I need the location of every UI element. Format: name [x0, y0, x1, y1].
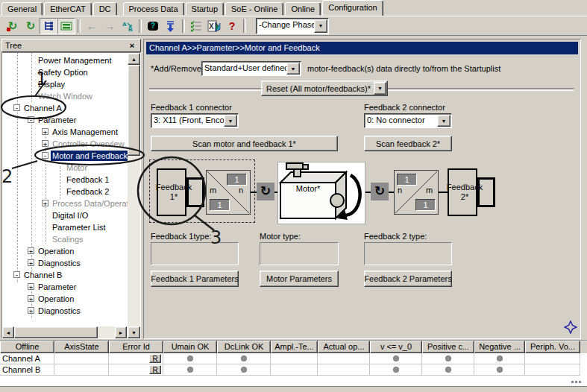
tree-item-label[interactable]: Display	[37, 79, 66, 89]
expand-icon[interactable]: +	[42, 140, 48, 147]
scroll-up-button[interactable]: ▲	[128, 53, 140, 65]
vertical-scroll-thumb[interactable]	[128, 65, 140, 156]
column-header[interactable]: v <= v_0	[370, 341, 422, 353]
tree-item-label[interactable]: Scalings	[51, 234, 85, 244]
tree-item-label[interactable]: Axis Management	[51, 127, 119, 137]
tree-item[interactable]: +Operation	[3, 245, 127, 257]
tree-item-label[interactable]: Parameter	[37, 115, 78, 125]
tree-item[interactable]: Feedback 1	[3, 174, 127, 186]
table-row[interactable]: Channel BR	[0, 364, 587, 376]
tree-item[interactable]: +Axis Management	[3, 126, 127, 138]
tree-view-button[interactable]	[40, 18, 57, 34]
column-header[interactable]: Periph. Vo...	[525, 341, 580, 353]
chevron-down-icon[interactable]: ▼	[286, 63, 300, 75]
tree-item-label[interactable]: Watch Window	[37, 91, 94, 101]
tree-item[interactable]: Safety Option	[3, 66, 127, 78]
gearbox1-denominator-value[interactable]: 1	[210, 199, 230, 211]
column-header[interactable]: Actual op...	[318, 341, 370, 353]
tree-item[interactable]: Power Management	[3, 54, 127, 66]
gearbox2-denominator-value[interactable]: 1	[415, 199, 436, 211]
feedback1-connector-dropdown[interactable]: 3: X11 (Front, Encoder, ▼	[151, 113, 239, 128]
collapse-icon[interactable]: -	[13, 104, 20, 111]
refresh-button[interactable]: ↻	[22, 18, 40, 34]
tree-item[interactable]: -Channel A	[3, 102, 127, 114]
bar-view-button[interactable]	[57, 18, 75, 34]
reset-motor-feedbacks-button[interactable]: Reset (All motor/feedbacks)* ▼	[261, 80, 388, 96]
column-header[interactable]: Ampl.-Te...	[271, 341, 318, 353]
tree-item[interactable]: Display	[3, 78, 127, 90]
tree-item[interactable]: -Channel B	[3, 269, 127, 281]
gearbox2-numerator-value[interactable]: 1	[397, 174, 417, 186]
tree-item[interactable]: +Operation	[3, 293, 127, 305]
motor-type-field[interactable]	[260, 242, 339, 265]
scroll-right-button[interactable]: ►	[115, 326, 127, 338]
tab-online[interactable]: Online	[285, 2, 321, 16]
scroll-left-button[interactable]: ◄	[2, 326, 14, 338]
gearbox1-numerator-value[interactable]: 1	[227, 174, 247, 186]
tree-item-label[interactable]: Power Management	[37, 55, 113, 66]
expand-icon[interactable]: +	[42, 128, 48, 135]
tree-item-label[interactable]: Diagnostics	[37, 258, 82, 268]
context-help-button[interactable]: ?	[144, 18, 162, 34]
resize-grip[interactable]	[579, 381, 581, 383]
expand-icon[interactable]: +	[28, 283, 34, 290]
scan-motor-feedback1-button[interactable]: Scan motor and feedback 1*	[151, 136, 338, 151]
startup-list-button[interactable]	[187, 18, 205, 34]
feedback2-connector-dropdown[interactable]: 0: No connector ▼	[364, 113, 452, 128]
tree-item[interactable]: Scalings	[3, 233, 127, 245]
tree-item-label[interactable]: Controller Overview	[51, 139, 126, 149]
tab-general[interactable]: General	[1, 2, 43, 16]
expand-icon[interactable]: +	[28, 247, 34, 254]
expand-icon[interactable]: +	[28, 307, 34, 314]
feedback2-parameters-button[interactable]: Feedback 2 Parameters	[364, 271, 452, 287]
table-row[interactable]: Channel AR	[0, 353, 587, 364]
horizontal-scroll-thumb[interactable]	[14, 326, 98, 338]
close-icon[interactable]: ×	[127, 41, 137, 51]
tree-item[interactable]: +Process Data/Operation	[3, 197, 127, 209]
column-header[interactable]: Offline	[0, 341, 54, 353]
tree-item-label[interactable]: Parameter	[37, 282, 78, 292]
tree-item[interactable]: Feedback 2	[3, 186, 127, 197]
tree-item[interactable]: Digital I/O	[3, 209, 127, 221]
tree-item-label[interactable]: Operation	[37, 294, 75, 304]
column-header[interactable]: Negative ...	[474, 341, 525, 353]
forward-button[interactable]: →	[101, 18, 119, 34]
collapse-icon[interactable]: -	[13, 271, 20, 278]
chevron-down-icon[interactable]: ▼	[314, 19, 327, 33]
find-replace-button[interactable]: A B	[119, 18, 136, 34]
expand-icon[interactable]: +	[42, 200, 48, 206]
change-phase-dropdown[interactable]: -Change Phase- ▼	[256, 18, 329, 34]
tree-item[interactable]: Watch Window	[3, 90, 127, 102]
tree-item[interactable]: +Parameter	[3, 281, 127, 293]
reset-error-button[interactable]: R	[149, 354, 161, 363]
tree-item-label[interactable]: Operation	[37, 246, 75, 256]
tree-item[interactable]: +Diagnostics	[3, 257, 127, 269]
scroll-down-button[interactable]: ▼	[128, 326, 140, 338]
collapse-icon[interactable]: -	[28, 116, 34, 123]
column-header[interactable]: Umain OK	[163, 341, 217, 353]
column-header[interactable]: Positive c...	[422, 341, 474, 353]
resize-grip[interactable]	[571, 381, 574, 383]
tree-item-label[interactable]: Channel B	[22, 270, 63, 280]
expand-icon[interactable]: +	[28, 295, 34, 302]
tree-item-label[interactable]: Diagnostics	[37, 306, 82, 316]
tree-item[interactable]: -Parameter	[3, 114, 127, 126]
column-header[interactable]: DcLink OK	[217, 341, 271, 353]
column-header[interactable]: AxisState	[54, 341, 109, 353]
motor-parameters-button[interactable]: Motor Parameters	[260, 271, 339, 287]
download-startup-button[interactable]	[162, 18, 180, 34]
tree-item[interactable]: +Controller Overview	[3, 138, 127, 150]
collapse-icon[interactable]: -	[42, 152, 48, 159]
help-button[interactable]: ?	[223, 18, 241, 34]
tree-item-label[interactable]: Digital I/O	[51, 210, 90, 221]
feedback1-type-field[interactable]	[151, 242, 239, 265]
tab-soe-online[interactable]: SoE - Online	[225, 2, 283, 16]
tab-ethercat[interactable]: EtherCAT	[44, 2, 91, 16]
feedback1-parameters-button[interactable]: Feedback 1 Parameters	[151, 271, 239, 287]
tree-item-label[interactable]: Safety Option	[37, 67, 90, 78]
tree-item-label[interactable]: Channel A	[22, 103, 63, 113]
feedback2-type-field[interactable]	[364, 242, 452, 265]
back-button[interactable]: ←	[83, 18, 101, 34]
addremove-mode-dropdown[interactable]: Standard+User defined ▼	[201, 61, 301, 76]
tree-item-label[interactable]: Motor and Feedback	[51, 151, 129, 161]
